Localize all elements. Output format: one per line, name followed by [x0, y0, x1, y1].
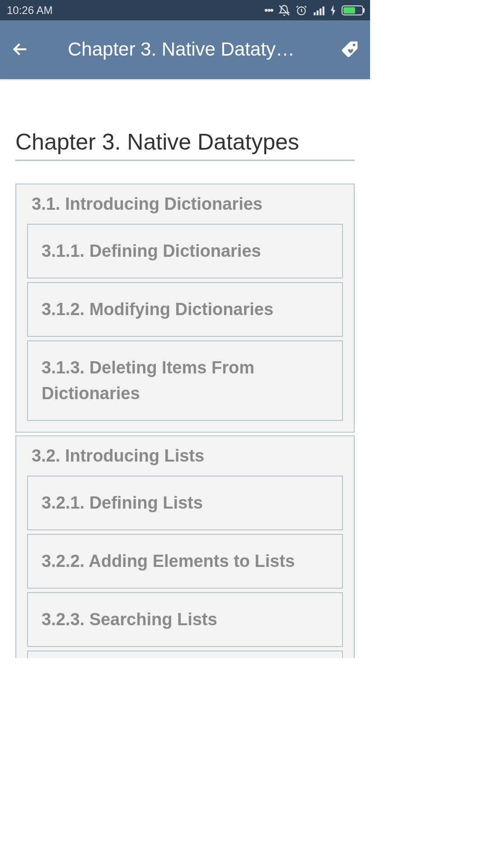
sub-items-list: 3.1.1. Defining Dictionaries 3.1.2. Modi…: [16, 224, 354, 432]
back-button[interactable]: [9, 38, 32, 61]
status-bar: 10:26 AM •••: [0, 0, 370, 20]
toc-item-label: 3.2.2. Adding Elements to Lists: [42, 548, 328, 574]
section-title[interactable]: 3.2. Introducing Lists: [16, 436, 354, 476]
toc-item[interactable]: 3.1.3. Deleting Items From Dictionaries: [27, 340, 343, 421]
back-arrow-icon: [11, 40, 29, 58]
section-title[interactable]: 3.1. Introducing Dictionaries: [16, 184, 354, 224]
app-bar: Chapter 3. Native Dataty…: [0, 20, 370, 79]
tag-heart-icon: [339, 39, 360, 60]
toc-section: 3.2. Introducing Lists 3.2.1. Defining L…: [15, 435, 355, 658]
svg-rect-5: [323, 6, 324, 15]
toc-item-label: 3.1.2. Modifying Dictionaries: [42, 297, 328, 322]
toc-item[interactable]: 3.2.2. Adding Elements to Lists: [27, 534, 343, 589]
app-bar-title: Chapter 3. Native Dataty…: [68, 38, 325, 60]
signal-icon: [313, 5, 324, 16]
toc-item[interactable]: 3.1.1. Defining Dictionaries: [27, 224, 343, 278]
status-icons: •••: [264, 4, 363, 17]
page-title: Chapter 3. Native Datatypes: [15, 129, 355, 161]
sub-items-list: 3.2.1. Defining Lists 3.2.2. Adding Elem…: [16, 476, 354, 658]
alarm-icon: [296, 5, 307, 16]
more-icon: •••: [264, 4, 273, 17]
toc-item[interactable]: 3.2.1. Defining Lists: [27, 476, 343, 530]
svg-point-7: [353, 44, 356, 47]
toc-item[interactable]: 3.2.4. Deleting List Elements: [27, 651, 343, 658]
svg-rect-3: [317, 10, 319, 15]
battery-icon: [342, 5, 363, 15]
status-time: 10:26 AM: [7, 4, 52, 17]
toc-item-label: 3.2.1. Defining Lists: [42, 490, 328, 516]
toc-item-label: 3.1.1. Defining Dictionaries: [42, 238, 328, 264]
content-area: Chapter 3. Native Datatypes 3.1. Introdu…: [0, 79, 370, 658]
notifications-off-icon: [278, 5, 290, 16]
svg-rect-2: [314, 12, 315, 15]
toc-section: 3.1. Introducing Dictionaries 3.1.1. Def…: [15, 184, 355, 433]
svg-rect-4: [319, 8, 321, 15]
bookmark-button[interactable]: [338, 38, 361, 61]
toc-item[interactable]: 3.1.2. Modifying Dictionaries: [27, 282, 343, 337]
toc-item[interactable]: 3.2.3. Searching Lists: [27, 592, 343, 647]
charging-icon: [330, 5, 336, 16]
toc-item-label: 3.1.3. Deleting Items From Dictionaries: [42, 355, 328, 406]
toc-item-label: 3.2.3. Searching Lists: [42, 607, 328, 632]
